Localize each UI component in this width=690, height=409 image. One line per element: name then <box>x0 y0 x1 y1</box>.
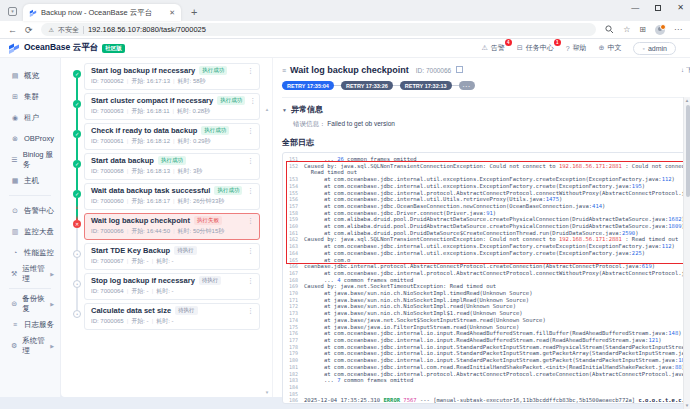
step-more-icon[interactable]: ⋮ <box>247 187 254 194</box>
page-scrollbar[interactable]: ▲ ▼ <box>683 97 690 409</box>
log-line: 168 ... 4 common frames omitted <box>283 277 690 284</box>
window-close-button[interactable]: ✕ <box>677 4 684 12</box>
sidebar-item-Binlog 服务[interactable]: ☰Binlog 服务 <box>0 149 60 170</box>
log-line-number: 161 <box>283 230 298 237</box>
step-card[interactable]: Stop log backup if necessary待执行⋮ID: 7000… <box>84 273 260 300</box>
task-step-row[interactable]: •Start TDE Key Backup待执行⋮ID: 7000067|开始:… <box>70 243 260 270</box>
page-scroll-up-icon[interactable]: ▲ <box>684 98 690 103</box>
log-line-number: 182 <box>283 371 298 378</box>
action-download[interactable]: ↓下载日志 <box>681 66 690 75</box>
zoom-icon[interactable] <box>605 25 614 34</box>
browser-tab[interactable]: Backup now - OceanBase 云平台 ✕ <box>23 4 181 21</box>
window-minimize-button[interactable]: — <box>631 4 639 12</box>
log-line-text: at com.oceanbase.jdbc.internal.io.input.… <box>298 357 690 364</box>
browser-menu-icon[interactable]: ⋯ <box>674 25 682 34</box>
log-viewer[interactable]: 151 ... 26 common frames omitted152Cause… <box>282 152 690 404</box>
overview-icon: ▤ <box>11 72 19 80</box>
sidebar-item-性能监控[interactable]: ◔性能监控 <box>0 242 60 263</box>
task-step-row[interactable]: ✓Check if ready to data backup执行成功⋮ID: 7… <box>70 123 260 150</box>
step-more-icon[interactable]: ⋮ <box>247 307 254 314</box>
log-line-text: Caused by: java.sql.SQLNonTransientConne… <box>298 163 690 170</box>
scroll-up-icon[interactable]: ▲ <box>264 107 270 112</box>
task-step-row[interactable]: •Stop log backup if necessary待执行⋮ID: 700… <box>70 273 260 300</box>
tab-close-icon[interactable]: ✕ <box>169 9 175 17</box>
header-nav-help-icon[interactable]: ?帮助 <box>566 43 587 53</box>
task-step-row[interactable]: ✓Start data backup执行成功⋮ID: 7000068|开始: 1… <box>70 153 260 180</box>
retry-badge[interactable]: ··· <box>459 81 476 90</box>
log-line-text: at java.base/sun.nio.ch.NioSocketImpl.im… <box>298 297 690 304</box>
sidebar-divider <box>9 195 51 196</box>
retry-badge[interactable]: RETRY 17:35:04 <box>282 81 334 90</box>
step-card[interactable]: Start data backup执行成功⋮ID: 7000068|开始: 16… <box>84 153 260 180</box>
exception-section-header[interactable]: ▼ 异常信息 <box>282 104 690 115</box>
sidebar-item-运维管理[interactable]: ⚒运维管理▶ <box>0 263 60 284</box>
header-nav-language-icon[interactable]: ⊕中文 <box>599 43 622 53</box>
sidebar-item-租户[interactable]: ◉租户 <box>0 107 60 128</box>
step-card[interactable]: Start cluster compact if necessary执行成功⋮I… <box>84 93 260 120</box>
browser-essentials-icon[interactable]: ⊞ <box>639 25 646 34</box>
sidebar-item-label: 运维管理 <box>22 264 45 284</box>
retry-badge[interactable]: RETRY 17:32:13 <box>400 81 452 90</box>
sidebar-item-label: 日志服务 <box>24 320 54 330</box>
step-more-icon[interactable]: ⋮ <box>247 217 254 224</box>
step-meta: ID: 7000066|开始: 16:44:50|耗时: 50分钟15秒 <box>91 227 254 236</box>
header-nav-alert-bell-icon[interactable]: ⚠告警4 <box>482 43 505 53</box>
favorite-star-icon[interactable]: ☆ <box>623 25 630 34</box>
sidebar-item-日志服务[interactable]: ≡日志服务 <box>0 314 60 335</box>
steps-scrollbar[interactable]: ▲ ▼ <box>264 62 270 393</box>
scroll-down-icon[interactable]: ▼ <box>264 390 270 395</box>
sidebar-item-监控大盘[interactable]: ▥监控大盘 <box>0 221 60 242</box>
task-step-row[interactable]: ✓Wait data backup task successful执行成功⋮ID… <box>70 183 260 210</box>
task-step-row[interactable]: •Calculate data set size待执行⋮ID: 7000065|… <box>70 303 260 330</box>
header-nav-user-icon[interactable]: ◦admin <box>633 42 676 55</box>
step-more-icon[interactable]: ⋮ <box>247 277 254 284</box>
step-card[interactable]: Calculate data set size待执行⋮ID: 7000065|开… <box>84 303 260 330</box>
log-line-text: at com.alibaba.druid.pool.DruidAbstractD… <box>298 223 690 230</box>
step-card[interactable]: Wait data backup task successful执行成功⋮ID:… <box>84 183 260 210</box>
failed-status-icon: ✕ <box>73 220 81 228</box>
task-step-row[interactable]: ✓Start log backup if necessary执行成功⋮ID: 7… <box>70 63 260 90</box>
log-line: 177 at com.oceanbase.jdbc.internal.io.in… <box>283 337 690 344</box>
sidebar-item-集群[interactable]: ⊞集群 <box>0 86 60 107</box>
step-title: Wait data backup task successful <box>91 186 210 195</box>
step-card[interactable]: Start log backup if necessary执行成功⋮ID: 70… <box>84 63 260 90</box>
page-scroll-down-icon[interactable]: ▼ <box>684 403 690 408</box>
page-scrollbar-thumb[interactable] <box>686 105 690 197</box>
task-step-row[interactable]: ✕Wait log backup checkpoint执行失败⋮ID: 7000… <box>70 213 260 240</box>
step-meta: ID: 7000062|开始: 16:17:13|耗时: 58秒 <box>91 77 254 86</box>
security-label[interactable]: 不安全 <box>58 25 79 35</box>
retry-badge[interactable]: RETRY 17:33:26 <box>341 81 393 90</box>
oceanbase-logo[interactable]: OceanBase 云平台 社区版 <box>8 42 125 54</box>
log-line: 183 ... 7 common frames omitted <box>283 377 690 384</box>
task-step-row[interactable]: ✓Start cluster compact if necessary执行成功⋮… <box>70 93 260 120</box>
step-card[interactable]: Wait log backup checkpoint执行失败⋮ID: 70000… <box>84 213 260 240</box>
sidebar-item-主机[interactable]: ▦主机 <box>0 170 60 191</box>
refresh-icon[interactable]: ⟳ <box>25 25 33 35</box>
step-more-icon[interactable]: ⋮ <box>247 127 254 134</box>
profile-avatar[interactable] <box>655 25 665 35</box>
step-more-icon[interactable]: ⋮ <box>247 67 254 74</box>
step-more-icon[interactable]: ⋮ <box>247 247 254 254</box>
address-bar[interactable]: ⚠ 不安全 192.168.56.107:8080/task/7000025 <box>41 23 596 36</box>
sidebar-item-OBProxy[interactable]: ⊗OBProxy <box>0 128 60 149</box>
tab-list-icon[interactable]: ▾ <box>8 7 17 16</box>
window-maximize-button[interactable] <box>655 5 661 11</box>
sidebar-item-系统管理[interactable]: ⚙系统管理▶ <box>0 335 60 356</box>
step-more-icon[interactable]: ⋮ <box>247 157 254 164</box>
sidebar-item-告警中心[interactable]: ⊙告警中心 <box>0 200 60 221</box>
sidebar-item-概览[interactable]: ▤概览 <box>0 65 60 86</box>
copy-id-icon[interactable] <box>458 68 463 73</box>
step-status-badge: 执行成功 <box>214 186 242 195</box>
log-line: 181 at com.oceanbase.jdbc.internal.com.r… <box>283 364 690 371</box>
back-icon[interactable]: ← <box>8 25 17 35</box>
log-line-text: ceanbase.jdbc.internal.protocol.Abstract… <box>298 263 690 270</box>
new-tab-button[interactable]: + <box>191 7 197 18</box>
step-card[interactable]: Check if ready to data backup执行成功⋮ID: 70… <box>84 123 260 150</box>
log-line: 178 at com.oceanbase.jdbc.internal.io.in… <box>283 344 690 351</box>
header-nav-task-center-icon[interactable]: ⊟任务中心1 <box>517 43 554 53</box>
sidebar-item-备份恢复[interactable]: ⊜备份恢复▶ <box>0 293 60 314</box>
step-card[interactable]: Start TDE Key Backup待执行⋮ID: 7000067|开始: … <box>84 243 260 270</box>
step-more-icon[interactable]: ⋮ <box>249 97 256 104</box>
ops-management-icon: ⚒ <box>11 270 17 278</box>
log-line-number: 177 <box>283 337 298 344</box>
